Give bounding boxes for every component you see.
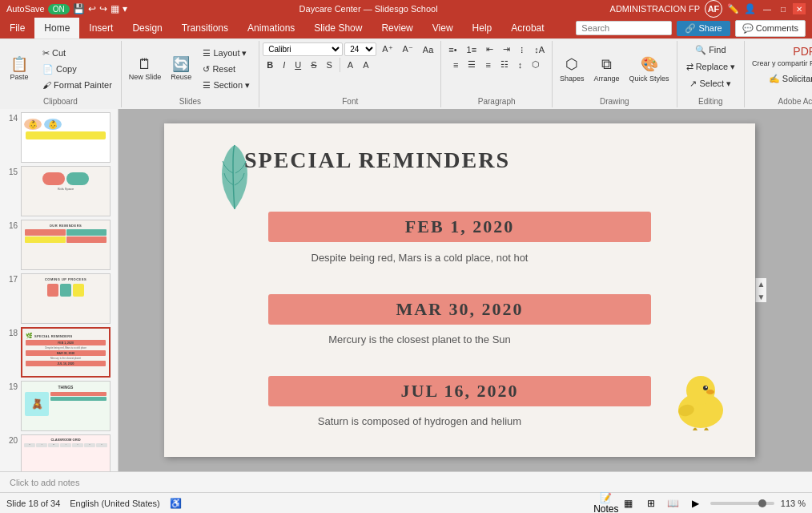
tab-insert[interactable]: Insert bbox=[79, 18, 123, 38]
shadow-button[interactable]: S bbox=[322, 59, 336, 71]
user-avatar[interactable]: AF bbox=[705, 0, 722, 18]
italic-button[interactable]: I bbox=[279, 59, 289, 71]
create-pdf-button[interactable]: PDF Crear y compartir PDF de Adobe bbox=[748, 42, 812, 70]
tab-file[interactable]: File bbox=[0, 18, 34, 38]
save-button[interactable]: 💾 bbox=[73, 3, 85, 14]
justify-button[interactable]: ☷ bbox=[496, 58, 513, 71]
slide-preview-19[interactable]: THINGS 🧸 bbox=[21, 381, 111, 431]
minimize-button[interactable]: — bbox=[761, 3, 774, 14]
strikethrough-button[interactable]: S bbox=[307, 59, 320, 71]
close-button[interactable]: ✕ bbox=[793, 3, 806, 14]
shapes-button[interactable]: ⬡ Shapes bbox=[556, 53, 589, 85]
slide-thumb-15[interactable]: 15 Kids Space bbox=[3, 166, 115, 216]
paste-button[interactable]: 📋 Paste bbox=[3, 55, 35, 83]
tab-acrobat[interactable]: Acrobat bbox=[501, 18, 553, 38]
paste-icon: 📋 bbox=[10, 57, 28, 71]
font-sep bbox=[340, 58, 340, 72]
pen-tool-button[interactable]: ✏️ bbox=[727, 3, 739, 14]
tab-review[interactable]: Review bbox=[372, 18, 422, 38]
comments-button[interactable]: 💬 Comments bbox=[735, 20, 806, 37]
zoom-thumb[interactable] bbox=[758, 499, 766, 507]
increase-indent-button[interactable]: ⇥ bbox=[499, 42, 514, 56]
scroll-down-arrow[interactable]: ▼ bbox=[756, 291, 766, 302]
notes-view-button[interactable]: 📝 Notes bbox=[598, 497, 614, 510]
font-name-select[interactable]: Calibri bbox=[263, 42, 343, 56]
bullets-button[interactable]: ≡• bbox=[444, 42, 460, 56]
arrange-button[interactable]: ⧉ Arrange bbox=[590, 54, 624, 85]
notes-bar[interactable]: Click to add notes bbox=[0, 471, 812, 492]
slide-sorter-button[interactable]: ⊞ bbox=[643, 497, 659, 510]
clear-format-button[interactable]: Aa bbox=[419, 43, 437, 56]
zoom-slider[interactable] bbox=[710, 502, 774, 505]
smart-art-button[interactable]: ⬡ bbox=[528, 58, 544, 71]
cut-button[interactable]: ✂ Cut bbox=[37, 46, 118, 61]
font-controls: Calibri 24 A⁺ A⁻ Aa B I U S S A A bbox=[263, 42, 437, 95]
select-button[interactable]: ↗ Select ▾ bbox=[684, 76, 737, 91]
scroll-up-arrow[interactable]: ▲ bbox=[756, 278, 766, 289]
slideshow-button[interactable]: ▶ bbox=[688, 497, 704, 510]
tab-transitions[interactable]: Transitions bbox=[172, 18, 238, 38]
slide-thumb-19[interactable]: 19 THINGS 🧸 bbox=[3, 381, 115, 431]
reading-view-button[interactable]: 📖 bbox=[665, 497, 681, 510]
slide-preview-18[interactable]: 🌿 SPECIAL REMINDERS FEB 1, 2020 Despite … bbox=[21, 327, 111, 378]
underline-button[interactable]: U bbox=[291, 59, 305, 71]
numbering-button[interactable]: 1≡ bbox=[463, 42, 481, 56]
decrease-font-button[interactable]: A⁻ bbox=[399, 42, 417, 56]
find-button[interactable]: 🔍 Find bbox=[689, 42, 731, 58]
font-color-button[interactable]: A bbox=[344, 59, 357, 71]
replace-button[interactable]: ⇄ Replace ▾ bbox=[681, 59, 741, 75]
tab-animations[interactable]: Animations bbox=[238, 18, 304, 38]
tab-slideshow[interactable]: Slide Show bbox=[304, 18, 372, 38]
decrease-indent-button[interactable]: ⇤ bbox=[482, 42, 497, 56]
copy-button[interactable]: 📄 Copy bbox=[37, 62, 118, 77]
slide-panel: 14 👶 👶 15 Kids bbox=[0, 109, 119, 471]
slide-preview-15[interactable]: Kids Space bbox=[21, 166, 111, 216]
reset-button[interactable]: ↺ Reset bbox=[197, 62, 255, 77]
sign-button[interactable]: ✍ Solicitar firmas bbox=[763, 71, 812, 87]
share-button[interactable]: 🔗 Share bbox=[677, 21, 730, 36]
new-slide-button[interactable]: 🗒 New Slide bbox=[125, 55, 166, 83]
format-painter-button[interactable]: 🖌 Format Painter bbox=[37, 78, 118, 92]
slide-canvas[interactable]: SPECIAL REMINDERS FEB 1, 2020 Despite be… bbox=[164, 123, 755, 457]
right-scrollbar[interactable]: ▲ ▼ bbox=[755, 278, 766, 302]
slide-preview-17[interactable]: COMING UP PROCESS bbox=[21, 273, 111, 324]
layout-menu-button[interactable]: ▦ bbox=[111, 3, 119, 14]
undo-button[interactable]: ↩ bbox=[88, 3, 96, 14]
bold-button[interactable]: B bbox=[263, 59, 277, 71]
font-size-select[interactable]: 24 bbox=[344, 42, 376, 56]
ribbon-content: 📋 Paste ✂ Cut 📄 Copy 🖌 Format Painter Cl… bbox=[0, 38, 812, 109]
slide-count: Slide 18 of 34 bbox=[6, 499, 60, 508]
tab-design[interactable]: Design bbox=[123, 18, 171, 38]
slide-thumb-14[interactable]: 14 👶 👶 bbox=[3, 112, 115, 163]
tab-home[interactable]: Home bbox=[34, 18, 79, 38]
slide-thumb-16[interactable]: 16 OUR REMINDERS bbox=[3, 220, 115, 270]
slide-preview-14[interactable]: 👶 👶 bbox=[21, 112, 111, 163]
text-direction-button[interactable]: ↕A bbox=[530, 42, 549, 56]
slide-title[interactable]: SPECIAL REMINDERS bbox=[244, 147, 510, 173]
slide-thumb-17[interactable]: 17 COMING UP PROCESS bbox=[3, 273, 115, 324]
redo-button[interactable]: ↪ bbox=[99, 3, 107, 14]
slide-preview-16[interactable]: OUR REMINDERS bbox=[21, 220, 111, 270]
reuse-button[interactable]: 🔄 Reuse bbox=[167, 55, 195, 83]
align-center-button[interactable]: ☰ bbox=[464, 58, 480, 71]
normal-view-button[interactable]: ▦ bbox=[621, 497, 637, 510]
slide-thumb-18[interactable]: 18 🌿 SPECIAL REMINDERS FEB 1, 2020 Despi… bbox=[3, 327, 115, 378]
highlight-button[interactable]: A bbox=[359, 59, 372, 71]
tab-help[interactable]: Help bbox=[463, 18, 502, 38]
maximize-button[interactable]: □ bbox=[777, 3, 790, 14]
line-spacing-button[interactable]: ↕ bbox=[514, 58, 527, 71]
search-input[interactable] bbox=[576, 21, 672, 35]
layout-button[interactable]: ☰ Layout ▾ bbox=[197, 46, 255, 61]
align-left-button[interactable]: ≡ bbox=[449, 58, 462, 71]
slide-preview-20[interactable]: CLASSROOM GRID M T W T F S S bbox=[21, 434, 111, 471]
slide-thumb-20[interactable]: 20 CLASSROOM GRID M T W T F S S bbox=[3, 434, 115, 471]
svg-line-11 bbox=[706, 428, 710, 430]
quick-styles-button[interactable]: 🎨 Quick Styles bbox=[625, 53, 673, 85]
increase-font-button[interactable]: A⁺ bbox=[378, 42, 396, 56]
section-button[interactable]: ☰ Section ▾ bbox=[197, 78, 255, 93]
align-right-button[interactable]: ≡ bbox=[481, 58, 494, 71]
share-status-button[interactable]: 👤 bbox=[744, 3, 756, 14]
columns-button[interactable]: ⫶ bbox=[516, 42, 529, 56]
autosave-toggle[interactable]: ON bbox=[48, 4, 70, 14]
tab-view[interactable]: View bbox=[423, 18, 463, 38]
